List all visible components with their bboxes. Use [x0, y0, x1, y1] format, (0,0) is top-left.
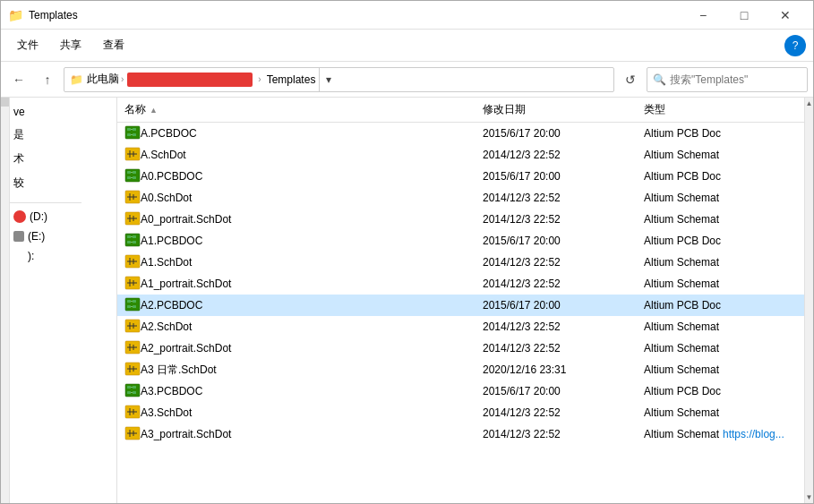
scroll-up-right[interactable]: ▲: [804, 98, 813, 109]
table-row[interactable]: A1_portrait.SchDot2014/12/3 22:52Altium …: [117, 273, 804, 295]
search-input[interactable]: [670, 73, 801, 86]
scroll-up-btn[interactable]: [1, 98, 9, 107]
svg-rect-79: [127, 391, 131, 394]
sch-file-icon: [124, 426, 141, 443]
table-row[interactable]: A2.PCBDOC2015/6/17 20:00Altium PCB Doc: [117, 295, 804, 316]
file-date: 2014/12/3 22:52: [483, 149, 644, 161]
refresh-button[interactable]: ↺: [618, 67, 643, 92]
svg-rect-14: [127, 171, 131, 174]
templates-label: Templates: [267, 73, 316, 86]
svg-rect-4: [133, 133, 136, 136]
file-type: Altium PCB Doc: [644, 385, 797, 397]
sep2: ›: [258, 74, 261, 84]
svg-rect-16: [127, 176, 131, 179]
close-button[interactable]: ✕: [765, 1, 806, 30]
file-name: A3_portrait.SchDot: [141, 428, 483, 440]
menu-view[interactable]: 查看: [94, 32, 133, 58]
sch-file-icon: [124, 405, 141, 422]
drive-d[interactable]: (D:): [10, 207, 81, 226]
minimize-button[interactable]: −: [682, 1, 724, 30]
address-bar[interactable]: 📁 此电脑 › › Templates ▾: [64, 67, 614, 92]
svg-rect-36: [133, 241, 136, 243]
toolbar: ← ↑ 📁 此电脑 › › Templates ▾ ↺ 🔍: [1, 62, 813, 98]
col-header-date[interactable]: 修改日期: [483, 102, 644, 117]
drive-e[interactable]: (E:): [10, 226, 81, 246]
file-name: A1.SchDot: [141, 256, 483, 269]
sch-file-icon: [124, 147, 141, 164]
drive-d-icon: [13, 210, 26, 223]
svg-rect-54: [127, 305, 131, 308]
menu-share[interactable]: 共享: [51, 32, 90, 58]
table-row[interactable]: A3.SchDot2014/12/3 22:52Altium Schemat: [117, 402, 804, 423]
svg-rect-55: [133, 305, 136, 308]
sidebar-item-jiao[interactable]: 较: [10, 171, 81, 195]
pcb-file-icon: [124, 383, 141, 400]
table-row[interactable]: A3_portrait.SchDot2014/12/3 22:52Altium …: [117, 423, 804, 445]
col-header-type[interactable]: 类型: [644, 102, 797, 117]
drive-other[interactable]: ):: [10, 246, 81, 266]
help-button[interactable]: ?: [784, 35, 806, 56]
file-name: A3.PCBDOC: [141, 385, 483, 397]
file-date: 2020/12/16 23:31: [483, 363, 644, 376]
file-name: A0.PCBDOC: [141, 170, 483, 183]
content-area: ve 是 术 较 (D:) (E:) ):: [1, 98, 813, 503]
file-header: 名称 ▲ 修改日期 类型: [117, 98, 804, 123]
file-type: Altium Schemathttps://blog...: [644, 428, 797, 440]
sidebar-item-shu[interactable]: 术: [10, 147, 81, 171]
scroll-down-right[interactable]: ▼: [804, 491, 813, 503]
file-type: Altium PCB Doc: [644, 127, 797, 140]
table-row[interactable]: A2_portrait.SchDot2014/12/3 22:52Altium …: [117, 337, 804, 359]
svg-rect-3: [127, 133, 131, 136]
up-button[interactable]: ↑: [35, 67, 60, 92]
sidebar-labels: ve 是 术 较 (D:) (E:) ):: [10, 98, 81, 503]
drive-other-label: ):: [13, 250, 34, 262]
file-date: 2014/12/3 22:52: [483, 320, 644, 333]
file-name: A2_portrait.SchDot: [141, 342, 483, 355]
sch-file-icon: [124, 362, 141, 379]
table-row[interactable]: A0.SchDot2014/12/3 22:52Altium Schemat: [117, 187, 804, 209]
file-type: Altium Schemat: [644, 278, 797, 290]
table-row[interactable]: A0.PCBDOC2015/6/17 20:00Altium PCB Doc: [117, 166, 804, 187]
table-row[interactable]: A.SchDot2014/12/3 22:52Altium Schemat: [117, 144, 804, 166]
title-bar-controls: − □ ✕: [682, 1, 806, 30]
svg-rect-33: [127, 235, 131, 238]
sch-file-icon: [124, 211, 141, 228]
file-date: 2014/12/3 22:52: [483, 192, 644, 204]
file-type: Altium Schemat: [644, 342, 797, 355]
search-bar[interactable]: 🔍: [647, 67, 808, 92]
file-name: A1_portrait.SchDot: [141, 278, 483, 290]
back-button[interactable]: ←: [6, 67, 31, 92]
table-row[interactable]: A3 日常.SchDot2020/12/16 23:31Altium Schem…: [117, 359, 804, 380]
sch-file-icon: [124, 190, 141, 207]
svg-rect-80: [133, 391, 136, 394]
table-row[interactable]: A.PCBDOC2015/6/17 20:00Altium PCB Doc: [117, 123, 804, 144]
breadcrumb-templates[interactable]: Templates: [267, 73, 316, 86]
file-name: A2.PCBDOC: [141, 299, 483, 312]
file-date: 2015/6/17 20:00: [483, 170, 644, 183]
file-date: 2015/6/17 20:00: [483, 235, 644, 247]
table-row[interactable]: A3.PCBDOC2015/6/17 20:00Altium PCB Doc: [117, 380, 804, 402]
col-header-name[interactable]: 名称 ▲: [124, 102, 483, 117]
table-row[interactable]: A0_portrait.SchDot2014/12/3 22:52Altium …: [117, 209, 804, 230]
file-name: A.PCBDOC: [141, 127, 483, 140]
search-icon: 🔍: [653, 73, 666, 86]
pcb-file-icon: [124, 168, 141, 185]
maximize-button[interactable]: □: [724, 1, 765, 30]
file-date: 2014/12/3 22:52: [483, 256, 644, 269]
file-date: 2015/6/17 20:00: [483, 385, 644, 397]
file-type: Altium PCB Doc: [644, 170, 797, 183]
blog-url: https://blog...: [723, 428, 784, 440]
sidebar-item-shi[interactable]: 是: [10, 123, 81, 147]
address-dropdown-arrow[interactable]: ▾: [319, 67, 337, 92]
table-row[interactable]: A2.SchDot2014/12/3 22:52Altium Schemat: [117, 316, 804, 337]
sep1: ›: [121, 74, 124, 84]
title-bar: 📁 Templates − □ ✕: [1, 1, 813, 30]
table-row[interactable]: A1.SchDot2014/12/3 22:52Altium Schemat: [117, 252, 804, 273]
sidebar-item-ve[interactable]: ve: [10, 101, 81, 123]
file-type: Altium Schemat: [644, 406, 797, 419]
menu-file[interactable]: 文件: [8, 32, 47, 58]
table-row[interactable]: A1.PCBDOC2015/6/17 20:00Altium PCB Doc: [117, 230, 804, 252]
drives-section: (D:) (E:) ):: [10, 202, 81, 266]
file-type: Altium Schemat: [644, 149, 797, 161]
breadcrumb-this-pc[interactable]: 此电脑 ›: [87, 72, 124, 87]
